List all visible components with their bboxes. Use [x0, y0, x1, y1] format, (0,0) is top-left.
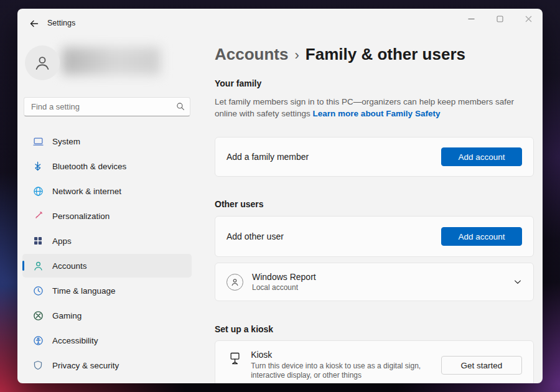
- family-description: Let family members sign in to this PC—or…: [215, 96, 529, 119]
- account-type: Local account: [252, 283, 316, 292]
- app-title: Settings: [47, 19, 75, 27]
- section-kiosk: Set up a kiosk: [215, 324, 273, 334]
- time-language-icon: [32, 285, 44, 296]
- add-family-account-button[interactable]: Add account: [441, 147, 522, 166]
- gaming-icon: [32, 310, 44, 321]
- sidebar-item-accounts[interactable]: Accounts: [22, 254, 192, 278]
- breadcrumb-parent[interactable]: Accounts: [215, 45, 288, 64]
- section-other-users: Other users: [215, 199, 264, 209]
- chevron-down-icon[interactable]: [513, 278, 522, 286]
- breadcrumb-separator-icon: ›: [294, 46, 299, 63]
- apps-icon: [32, 235, 44, 246]
- accessibility-icon: [32, 335, 44, 346]
- breadcrumb: Accounts › Family & other users: [215, 45, 465, 64]
- user-avatar[interactable]: [25, 45, 60, 80]
- kiosk-card: Kiosk Turn this device into a kiosk to u…: [215, 340, 534, 383]
- add-other-user-card: Add other user Add account: [215, 216, 534, 257]
- sidebar-nav: System Bluetooth & devices Network & int…: [22, 129, 192, 378]
- person-icon: [230, 278, 240, 287]
- kiosk-icon: [229, 352, 241, 365]
- back-button[interactable]: [24, 14, 45, 33]
- sidebar-item-system[interactable]: System: [22, 129, 192, 153]
- search-icon: [176, 102, 185, 111]
- add-family-member-label: Add a family member: [226, 152, 309, 162]
- accounts-icon: [32, 260, 44, 271]
- kiosk-info: Kiosk Turn this device into a kiosk to u…: [226, 350, 441, 380]
- add-family-member-card: Add a family member Add account: [215, 137, 534, 177]
- main-content: Accounts › Family & other users Your fam…: [215, 9, 534, 383]
- kiosk-get-started-button[interactable]: Get started: [441, 356, 522, 375]
- account-avatar: [226, 274, 243, 291]
- bluetooth-icon: [32, 161, 44, 172]
- sidebar-item-apps[interactable]: Apps: [22, 229, 192, 253]
- add-other-account-button[interactable]: Add account: [441, 227, 522, 246]
- sidebar-item-accessibility[interactable]: Accessibility: [22, 329, 192, 352]
- page-title: Family & other users: [306, 45, 465, 64]
- privacy-icon: [32, 360, 44, 371]
- family-safety-link[interactable]: Learn more about Family Safety: [313, 109, 441, 118]
- sidebar-item-network-internet[interactable]: Network & internet: [22, 179, 192, 203]
- sidebar-item-time-language[interactable]: Time & language: [22, 279, 192, 302]
- section-your-family: Your family: [215, 78, 261, 88]
- search-input[interactable]: [24, 97, 190, 116]
- kiosk-description: Turn this device into a kiosk to use as …: [251, 362, 441, 380]
- sidebar-item-gaming[interactable]: Gaming: [22, 304, 192, 327]
- sidebar-item-personalization[interactable]: Personalization: [22, 204, 192, 228]
- network-icon: [32, 185, 44, 197]
- back-arrow-icon: [29, 19, 39, 29]
- account-info: Windows Report Local account: [226, 272, 316, 292]
- kiosk-title: Kiosk: [251, 350, 441, 360]
- system-icon: [32, 136, 44, 147]
- person-icon: [33, 54, 52, 72]
- sidebar-item-privacy-security[interactable]: Privacy & security: [22, 353, 192, 377]
- personalization-icon: [32, 210, 44, 222]
- account-row[interactable]: Windows Report Local account: [215, 263, 534, 301]
- settings-window: Settings System: [17, 9, 543, 383]
- add-other-user-label: Add other user: [226, 231, 284, 241]
- sidebar-item-bluetooth-devices[interactable]: Bluetooth & devices: [22, 154, 192, 178]
- selected-indicator: [22, 261, 24, 271]
- search-box: [24, 97, 190, 116]
- account-name: Windows Report: [252, 272, 316, 282]
- blurred-username: [62, 47, 161, 75]
